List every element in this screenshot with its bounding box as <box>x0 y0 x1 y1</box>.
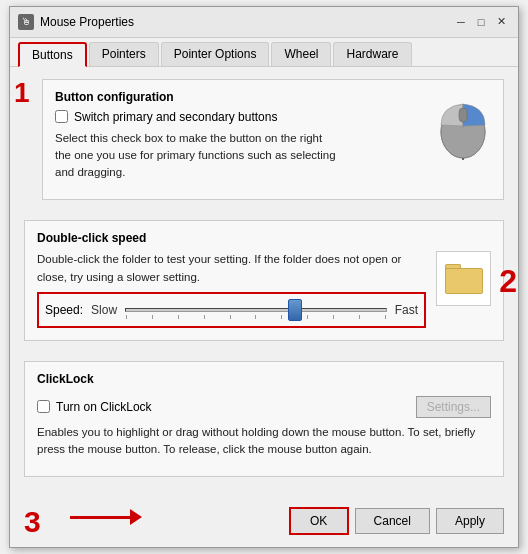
button-config-description: Select this check box to make the button… <box>55 130 338 182</box>
close-button[interactable]: ✕ <box>492 13 510 31</box>
double-click-title: Double-click speed <box>37 231 491 245</box>
apply-button[interactable]: Apply <box>436 508 504 534</box>
folder-test-area[interactable] <box>436 251 491 306</box>
clicklock-checkbox[interactable] <box>37 400 50 413</box>
arrow-head <box>130 509 142 525</box>
mouse-svg <box>433 90 493 160</box>
arrow-line <box>70 516 130 519</box>
double-click-inner: Double-click the folder to test your set… <box>37 251 491 328</box>
folder-body <box>445 268 483 294</box>
tab-pointers[interactable]: Pointers <box>89 42 159 66</box>
tab-wheel[interactable]: Wheel <box>271 42 331 66</box>
title-bar-left: 🖱 Mouse Properties <box>18 14 134 30</box>
content-area: 1 <box>10 67 518 500</box>
tabs-bar: Buttons Pointers Pointer Options Wheel H… <box>10 38 518 67</box>
switch-buttons-checkbox[interactable] <box>55 110 68 123</box>
button-config-section: Button configuration Switch primary and … <box>42 79 504 201</box>
number-badge-1: 1 <box>14 77 30 109</box>
ok-button[interactable]: OK <box>289 507 349 535</box>
tab-hardware[interactable]: Hardware <box>333 42 411 66</box>
double-click-wrapper: Double-click speed Double-click the fold… <box>24 220 504 351</box>
minimize-button[interactable]: ─ <box>452 13 470 31</box>
clicklock-row: Turn on ClickLock Settings... <box>37 396 491 418</box>
switch-buttons-label: Switch primary and secondary buttons <box>74 110 277 124</box>
double-click-section: Double-click speed Double-click the fold… <box>24 220 504 341</box>
window-icon: 🖱 <box>18 14 34 30</box>
title-bar: 🖱 Mouse Properties ─ □ ✕ <box>10 7 518 38</box>
clicklock-section: ClickLock Turn on ClickLock Settings... … <box>24 361 504 478</box>
slow-label: Slow <box>91 303 117 317</box>
slider-ticks <box>126 315 386 319</box>
mouse-image <box>433 90 493 160</box>
speed-label: Speed: <box>45 303 83 317</box>
cancel-button[interactable]: Cancel <box>355 508 430 534</box>
svg-rect-3 <box>459 108 467 122</box>
folder-shape <box>445 264 483 294</box>
button-config-title: Button configuration <box>55 90 491 104</box>
number-badge-3: 3 <box>24 505 41 539</box>
window-title: Mouse Properties <box>40 15 134 29</box>
clicklock-description: Enables you to highlight or drag without… <box>37 424 491 459</box>
clicklock-checkbox-row: Turn on ClickLock <box>37 400 152 414</box>
clicklock-header: ClickLock <box>37 372 491 392</box>
fast-label: Fast <box>395 303 418 317</box>
number-badge-2: 2 <box>499 262 517 299</box>
speed-row: Speed: Slow <box>37 292 426 328</box>
double-click-description: Double-click the folder to test your set… <box>37 251 426 286</box>
maximize-button[interactable]: □ <box>472 13 490 31</box>
tab-buttons[interactable]: Buttons <box>18 42 87 67</box>
arrow-3-container <box>70 509 142 525</box>
button-config-wrapper: 1 <box>24 79 504 211</box>
clicklock-title: ClickLock <box>37 372 94 386</box>
title-controls: ─ □ ✕ <box>452 13 510 31</box>
double-click-left: Double-click the folder to test your set… <box>37 251 426 328</box>
speed-slider-container <box>125 298 387 322</box>
switch-buttons-row: Switch primary and secondary buttons <box>55 110 491 124</box>
slider-track <box>125 308 387 312</box>
tab-pointer-options[interactable]: Pointer Options <box>161 42 270 66</box>
clicklock-label: Turn on ClickLock <box>56 400 152 414</box>
settings-button[interactable]: Settings... <box>416 396 491 418</box>
mouse-properties-window: 🖱 Mouse Properties ─ □ ✕ Buttons Pointer… <box>9 6 519 549</box>
bottom-buttons-bar: 3 OK Cancel Apply <box>10 499 518 547</box>
